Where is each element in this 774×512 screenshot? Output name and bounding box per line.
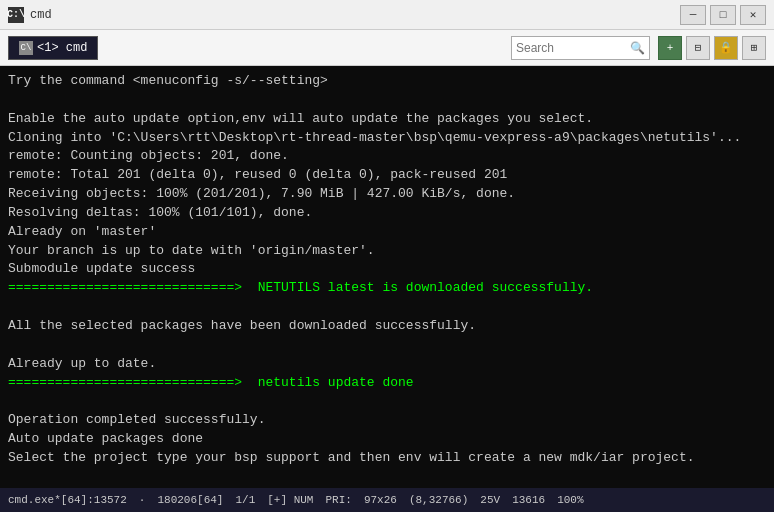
- terminal-line-12: Already up to date.: [8, 355, 766, 374]
- terminal-line-blank4: [8, 392, 766, 411]
- terminal-line-8: Your branch is up to date with 'origin/m…: [8, 242, 766, 261]
- minimize-button[interactable]: ─: [680, 5, 706, 25]
- status-mode: [+] NUM: [267, 494, 313, 506]
- tab-icon: C\: [19, 41, 33, 55]
- status-code: 180206[64]: [157, 494, 223, 506]
- status-bar: cmd.exe*[64]:13572 · 180206[64] 1/1 [+] …: [0, 488, 774, 512]
- tab-label: <1> cmd: [37, 41, 87, 55]
- terminal-line-6: Resolving deltas: 100% (101/101), done.: [8, 204, 766, 223]
- terminal-line-0: Try the command <menuconfig -s/--setting…: [8, 72, 766, 91]
- terminal-line-11: All the selected packages have been down…: [8, 317, 766, 336]
- title-bar-left: C:\ cmd: [8, 7, 52, 23]
- grid-button[interactable]: ⊞: [742, 36, 766, 60]
- status-priority: PRI:: [325, 494, 351, 506]
- search-button[interactable]: 🔍: [630, 41, 645, 55]
- title-bar-controls: ─ □ ✕: [680, 5, 766, 25]
- close-button[interactable]: ✕: [740, 5, 766, 25]
- status-position: 1/1: [235, 494, 255, 506]
- terminal-line-3: remote: Counting objects: 201, done.: [8, 147, 766, 166]
- terminal-line-16: Select the project type your bsp support…: [8, 449, 766, 468]
- status-separator1: ·: [139, 494, 146, 506]
- terminal-line-9: Submodule update success: [8, 260, 766, 279]
- title-bar-title: cmd: [30, 8, 52, 22]
- terminal-line-4: remote: Total 201 (delta 0), reused 0 (d…: [8, 166, 766, 185]
- toolbar-buttons: + ⊟ 🔒 ⊞: [658, 36, 766, 60]
- status-percent: 100%: [557, 494, 583, 506]
- terminal-line-blank2: [8, 298, 766, 317]
- terminal-line-13: =============================> netutils …: [8, 374, 766, 393]
- terminal-line-blank5: [8, 468, 766, 487]
- terminal-tab[interactable]: C\ <1> cmd: [8, 36, 98, 60]
- terminal-line-2: Cloning into 'C:\Users\rtt\Desktop\rt-th…: [8, 129, 766, 148]
- terminal-line-blank1: [8, 91, 766, 110]
- terminal-line-14: Operation completed successfully.: [8, 411, 766, 430]
- cmd-icon: C:\: [8, 7, 24, 23]
- status-process: cmd.exe*[64]:13572: [8, 494, 127, 506]
- status-number: 13616: [512, 494, 545, 506]
- terminal-line-15: Auto update packages done: [8, 430, 766, 449]
- status-voltage: 25V: [480, 494, 500, 506]
- terminal-line-5: Receiving objects: 100% (201/201), 7.90 …: [8, 185, 766, 204]
- search-input[interactable]: [516, 41, 626, 55]
- terminal-line-10: =============================> NETUTILS …: [8, 279, 766, 298]
- status-memory: (8,32766): [409, 494, 468, 506]
- maximize-button[interactable]: □: [710, 5, 736, 25]
- title-bar: C:\ cmd ─ □ ✕: [0, 0, 774, 30]
- view-button[interactable]: ⊟: [686, 36, 710, 60]
- search-box: 🔍: [511, 36, 650, 60]
- toolbar: C\ <1> cmd 🔍 + ⊟ 🔒 ⊞: [0, 30, 774, 66]
- terminal-area: Try the command <menuconfig -s/--setting…: [0, 66, 774, 488]
- terminal-line-7: Already on 'master': [8, 223, 766, 242]
- status-cpu: 97x26: [364, 494, 397, 506]
- terminal-line-blank3: [8, 336, 766, 355]
- add-button[interactable]: +: [658, 36, 682, 60]
- lock-button[interactable]: 🔒: [714, 36, 738, 60]
- terminal-line-1: Enable the auto update option,env will a…: [8, 110, 766, 129]
